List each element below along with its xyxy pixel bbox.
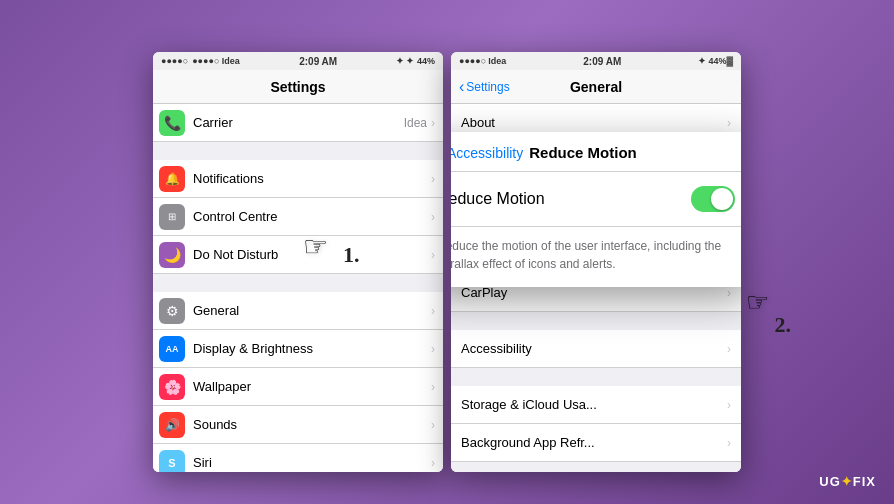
sounds-icon: 🔊 [159, 412, 185, 438]
wallpaper-label: Wallpaper [193, 379, 431, 394]
carrier-icon: 📞 [159, 110, 185, 136]
carrier-value: Idea [404, 116, 427, 130]
watermark-text: UG✦FIX [819, 474, 876, 489]
display-chevron: › [431, 342, 435, 356]
carrier-chevron: › [431, 116, 435, 130]
settings-item-wallpaper[interactable]: 🌸 Wallpaper › [153, 368, 443, 406]
battery-2: ✦ 44%▓ [698, 56, 733, 66]
control-centre-chevron: › [431, 210, 435, 224]
accessibility-chevron: › [727, 342, 731, 356]
settings-item-do-not-disturb[interactable]: 🌙 Do Not Disturb › [153, 236, 443, 274]
gap-g3 [451, 368, 741, 386]
step-2: 2. [775, 312, 792, 338]
background-label: Background App Refr... [461, 435, 727, 450]
wallpaper-icon: 🌸 [159, 374, 185, 400]
display-label: Display & Brightness [193, 341, 431, 356]
carrier-name: ●●●●○ Idea [192, 56, 240, 66]
storage-chevron: › [727, 398, 731, 412]
gap-g2 [451, 312, 741, 330]
battery-percent-1: ✦ 44% [406, 56, 435, 66]
back-label-2: Settings [466, 80, 509, 94]
time-2: 2:09 AM [583, 56, 621, 67]
settings-item-control-centre[interactable]: ⊞ Control Centre › [153, 198, 443, 236]
back-arrow-2: ‹ [459, 78, 464, 96]
battery-1: ✦ ✦ 44% [396, 56, 435, 66]
siri-icon: S [159, 450, 185, 473]
battery-percent-2: 44%▓ [708, 56, 733, 66]
screen2-general: ●●●●○ Idea 2:09 AM ✦ 44%▓ ‹ Settings Gen… [451, 52, 741, 472]
carplay-chevron: › [727, 286, 731, 300]
cursor-1: ☞ [303, 230, 328, 263]
status-left-1: ●●●●○ ●●●●○ Idea [161, 56, 240, 66]
general-item-background[interactable]: Background App Refr... › [451, 424, 741, 462]
back-button-2[interactable]: ‹ Settings [459, 78, 510, 96]
carplay-label: CarPlay [461, 285, 727, 300]
acc-title: Reduce Motion [529, 144, 637, 161]
status-left-2: ●●●●○ Idea [459, 56, 506, 66]
screen1-settings: ●●●●○ ●●●●○ Idea 2:09 AM ✦ ✦ 44% Setting… [153, 52, 443, 472]
general-chevron: › [431, 304, 435, 318]
screen1-title: Settings [270, 79, 325, 95]
about-chevron: › [727, 116, 731, 130]
general-label: General [193, 303, 431, 318]
notifications-chevron: › [431, 172, 435, 186]
carrier-name-2: Idea [488, 56, 506, 66]
status-bar-2: ●●●●○ Idea 2:09 AM ✦ 44%▓ [451, 52, 741, 70]
do-not-disturb-icon: 🌙 [159, 242, 185, 268]
carrier-signal-2: ●●●●○ [459, 56, 486, 66]
settings-item-sounds[interactable]: 🔊 Sounds › [153, 406, 443, 444]
carrier-label: Carrier [193, 115, 404, 130]
acc-header: ‹ Accessibility Reduce Motion [451, 132, 741, 172]
reduce-motion-label: Reduce Motion [451, 190, 691, 208]
acc-body: Reduce Motion Reduce the motion of the u… [451, 172, 741, 287]
sounds-label: Sounds [193, 417, 431, 432]
notifications-icon: 🔔 [159, 166, 185, 192]
general-icon: ⚙ [159, 298, 185, 324]
settings-item-carrier[interactable]: 📞 Carrier Idea › [153, 104, 443, 142]
settings-list: 📞 Carrier Idea › 🔔 Notifications › ⊞ Con… [153, 104, 443, 472]
reduce-motion-toggle[interactable] [691, 186, 735, 212]
settings-item-notifications[interactable]: 🔔 Notifications › [153, 160, 443, 198]
gap-2 [153, 274, 443, 292]
control-centre-label: Control Centre [193, 209, 431, 224]
nav-bar-2: ‹ Settings General [451, 70, 741, 104]
general-item-storage[interactable]: Storage & iCloud Usa... › [451, 386, 741, 424]
sounds-chevron: › [431, 418, 435, 432]
about-label: About [461, 115, 727, 130]
accessibility-panel: ‹ Accessibility Reduce Motion Reduce Mot… [451, 132, 741, 287]
settings-item-general[interactable]: ⚙ General › [153, 292, 443, 330]
time-1: 2:09 AM [299, 56, 337, 67]
wallpaper-chevron: › [431, 380, 435, 394]
carrier-signal: ●●●●○ [161, 56, 188, 66]
control-centre-icon: ⊞ [159, 204, 185, 230]
background-chevron: › [727, 436, 731, 450]
watermark: UG✦FIX [819, 472, 876, 490]
gap-g4 [451, 462, 741, 472]
acc-reduce-motion-row[interactable]: Reduce Motion [451, 172, 741, 227]
display-icon: AA [159, 336, 185, 362]
settings-item-siri[interactable]: S Siri › [153, 444, 443, 472]
wifi-icon-2: ✦ [698, 56, 706, 66]
screen2-title: General [570, 79, 622, 95]
step-1: 1. [343, 242, 360, 268]
general-item-accessibility[interactable]: Accessibility › [451, 330, 741, 368]
siri-chevron: › [431, 456, 435, 470]
nav-bar-1: Settings [153, 70, 443, 104]
storage-label: Storage & iCloud Usa... [461, 397, 727, 412]
toggle-thumb [711, 188, 733, 210]
siri-label: Siri [193, 455, 431, 470]
settings-item-display[interactable]: AA Display & Brightness › [153, 330, 443, 368]
acc-description: Reduce the motion of the user interface,… [451, 227, 741, 287]
notifications-label: Notifications [193, 171, 431, 186]
gap-1 [153, 142, 443, 160]
wifi-icon: ✦ [396, 56, 404, 66]
status-bar-1: ●●●●○ ●●●●○ Idea 2:09 AM ✦ ✦ 44% [153, 52, 443, 70]
acc-back-label: Accessibility [451, 145, 523, 161]
do-not-disturb-chevron: › [431, 248, 435, 262]
watermark-highlight: ✦ [841, 474, 853, 489]
accessibility-label: Accessibility [461, 341, 727, 356]
cursor-2: ☞ [746, 287, 769, 318]
